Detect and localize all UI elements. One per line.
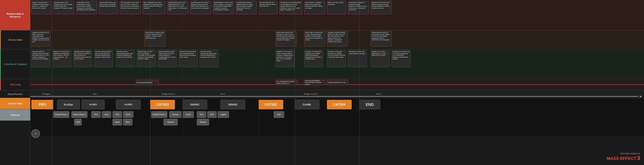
card-r12: Normandy Crew Relationships are developi… <box>280 1 302 14</box>
sidebar-critical-label: Critical Path <box>8 102 22 105</box>
card-im5: Shepard confronts Illusive Man in his of… <box>327 31 348 46</box>
opt-jacob: Jacob <box>182 111 194 118</box>
card-r5: Jack Shepard can tell Jack she's the one… <box>120 1 141 14</box>
sidebar: Relationship & Romance Illusive Man Cruc… <box>0 0 30 165</box>
divider-4 <box>258 0 259 165</box>
cp-gth002: Gth002 <box>220 100 245 109</box>
cp-krogar: KroGar <box>57 100 80 109</box>
opt-cit-phase2: Citadel Phase 2 <box>71 111 88 118</box>
card-r2: Ashley/Kaidan In the hospital and can be… <box>53 1 74 14</box>
sidebar-optional-label: Optional <box>11 114 20 116</box>
shepard-defeats-kaileng: Shepard defeats Kai Leng <box>327 80 348 85</box>
sidebar-illusive-label: Illusive Man <box>8 38 22 41</box>
kaileng-wounds: Kai Leng wounds/kills Miranda before She… <box>304 80 325 85</box>
opt-n7a-1: N7a <box>91 111 101 118</box>
band-action <box>30 90 644 98</box>
card-r13: Tali Once001 is initiated, player can re… <box>304 1 325 14</box>
cp-kro002: Kro002 <box>116 100 141 109</box>
phase-prologue: Prologue <box>42 93 50 95</box>
card-c2: Talking to Council, Liara explains the m… <box>52 50 71 67</box>
opt-grunt: Grunt <box>123 111 134 118</box>
card-c12: Prothean VI Shepard rescues the Catalyst… <box>327 50 346 67</box>
card-r9: Ashley/Kaidan If alive & join crew: roma… <box>213 1 234 14</box>
sidebar-crucible: Crucible & Catalyst <box>0 50 30 79</box>
me3-logo-num: 3 <box>637 155 640 161</box>
card-c4: Hackett During vid wrap ups, Hackett rem… <box>94 50 113 67</box>
opt-noveria: Noveria <box>164 119 178 126</box>
opt-samara: Samara <box>169 111 182 118</box>
sidebar-kaileng-label: Kai Leng <box>10 83 21 86</box>
opt-n7b-1: N7b <box>112 111 122 118</box>
opt-slum: Slum <box>123 119 132 126</box>
phase-bridge2: Bridge to Act 3 <box>304 93 318 95</box>
card-r6: Allers, Miranda and Cortez Shepard can b… <box>142 1 165 14</box>
cp-cermir: CerMir <box>295 100 319 109</box>
opt-n7a-2: N7a <box>197 111 206 118</box>
sidebar-relationship-label: Relationship & Romance <box>1 12 30 18</box>
card-r4: Garrus After saving, you can resume an e… <box>99 1 118 14</box>
opt-legion: Legion <box>218 111 229 118</box>
card-r1: Player is introduced to Ash/Kaidan/Liara… <box>31 1 51 14</box>
cp-end: END <box>359 100 380 109</box>
card-c9: Hackett Hackett periodically speaks with… <box>200 50 218 67</box>
opt-cit-phase3: Citadel Phase 3 <box>151 111 167 118</box>
card-r10: Liara/Prothean/Garrus Relationships arc … <box>236 1 256 14</box>
sidebar-action: Action/Tension <box>0 90 30 98</box>
cp-PRO: PRO <box>31 100 53 109</box>
card-r8: Jacob/Samara and others Shepard catches … <box>190 1 211 14</box>
divider-1 <box>52 0 52 165</box>
opt-tower: Tower <box>112 119 122 126</box>
card-c10: Prothean VI The secret of the Crucible h… <box>276 50 295 67</box>
card-r14: Allers Can have a fling with Allers. <box>327 1 346 14</box>
cp-cat003: CAT003 <box>150 100 175 109</box>
opt-jack: Jack <box>102 111 111 118</box>
card-c15: Catalyst The choice to sit is a choice, … <box>392 50 410 67</box>
card-im1: Shepard confronts IM on Mars. Learns the… <box>31 31 50 46</box>
sidebar-crucible-label: Crucible & Catalyst <box>4 63 27 66</box>
divider-6 <box>359 0 360 165</box>
card-im3: Illusive Man speaks with Shepard on logs… <box>276 31 296 46</box>
card-im4: Illusive Man is heard/seen in logs, exer… <box>304 31 325 46</box>
sidebar-illusive: Illusive Man <box>0 30 30 50</box>
card-c13: Prothean VI Learns the cause 'galactic d… <box>348 50 367 67</box>
content-area: Prologue Act 1 Bridge to Act 2 Act 2 Bri… <box>30 0 644 165</box>
cp-gth001: Gth001 <box>182 100 207 109</box>
card-r15: Culmination Shepard to culminate Squad R… <box>348 1 369 14</box>
kaileng-defeats: Kai Leng defeats Shepard, steals Prothea… <box>276 80 298 85</box>
sidebar-critical: Critical Path <box>0 98 30 109</box>
n7-circle-main: N7 <box>31 129 40 138</box>
phase-act3: Act 3 <box>376 93 381 95</box>
main-container: Relationship & Romance Illusive Man Cruc… <box>0 0 644 165</box>
me3-logo-title: THE FINAL HOURS OF <box>607 153 640 155</box>
sidebar-kaileng: Kai Leng <box>0 79 30 90</box>
card-r11: Miranda Shepard can woo Miranda and tell… <box>258 1 278 14</box>
card-c11: Prothean VI Finding the Catalyst in the … <box>304 50 323 67</box>
opt-cer: CER <box>74 119 82 126</box>
card-c5: Hackett Hackett periodically speaks with… <box>116 50 135 67</box>
phase-bridge1: Bridge to Act 2 <box>162 93 175 95</box>
timeline-arrow <box>30 96 638 97</box>
phase-act1: Act 1 <box>93 93 98 95</box>
card-c8: Hackett During vid wrap ups, Hackett rem… <box>179 50 198 67</box>
divider-3 <box>182 0 183 165</box>
opt-dish: Dish <box>274 111 284 118</box>
sidebar-relationship: Relationship & Romance <box>0 0 30 30</box>
card-r7: Ashley/Kaidan and Cortez Shepard with A/… <box>167 1 188 14</box>
card-c14: Catalyst The choice, depending on it is … <box>371 50 390 67</box>
card-c1: Shepard finds the prothean device, thoug… <box>31 50 50 67</box>
opt-n7b-2: N7b <box>207 111 217 118</box>
card-c3: Hackett Hackett explains the concept of … <box>73 50 92 67</box>
me3-logo-subtitle: MASS EFFECT <box>607 156 636 161</box>
cp-kro001: Kro001 <box>82 100 104 109</box>
card-c7: Hackett Adding mention. Hackett relies o… <box>158 50 177 67</box>
card-r3: Liara After ProsCit, confrontation on th… <box>76 1 97 14</box>
card-c6: Hackett Wrap up after the coup attempt. … <box>137 50 156 67</box>
cp-cat004: CAT004 <box>327 100 352 109</box>
opt-cit-phase1: Citadel Phase 1 <box>53 111 70 118</box>
sidebar-optional: Optional <box>0 109 30 121</box>
kaileng-introduced: Kal Leng Introduced <box>136 80 159 85</box>
me3-logo: THE FINAL HOURS OF MASS EFFECT 3 <box>607 153 640 161</box>
card-im2: Illusive Man is trying to take over the … <box>144 31 165 46</box>
sidebar-action-label: Action/Tension <box>8 93 22 95</box>
card-r16: Farewells In the lead up to ENDO, Shepar… <box>371 1 392 14</box>
